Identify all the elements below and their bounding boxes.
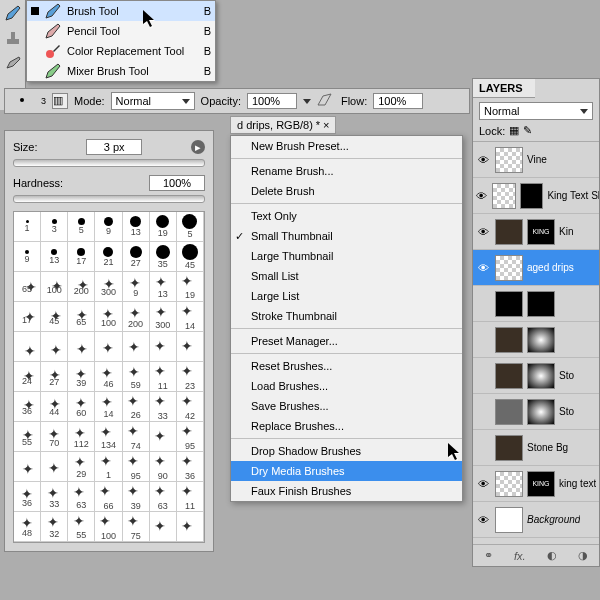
brush-preset-cell[interactable]: ✦26 [123,392,150,422]
brush-preset-cell[interactable]: ✦74 [123,422,150,452]
brush-preset-cell[interactable]: 13 [123,212,150,242]
brush-preview-icon[interactable] [11,89,35,113]
visibility-eye-icon[interactable]: 👁 [473,226,493,238]
menu-item[interactable]: Stroke Thumbnail [231,306,462,326]
brush-preset-cell[interactable]: ✦33 [41,482,68,512]
layer-row[interactable]: 👁Background [473,502,599,538]
brush-preset-cell[interactable]: ✦100 [95,512,122,542]
layer-row[interactable]: Sto [473,394,599,430]
fx-icon[interactable]: fx. [514,550,526,562]
brush-preset-cell[interactable]: ✦59 [123,362,150,392]
brush-preset-cell[interactable]: ✦11 [150,362,177,392]
tool-item-brush[interactable]: Brush Tool B [27,1,215,21]
brush-preset-cell[interactable]: ✦ [14,332,41,362]
menu-item[interactable]: Save Brushes... [231,396,462,416]
menu-item[interactable]: Large Thumbnail [231,246,462,266]
brush-preset-cell[interactable]: ✦100 [41,272,68,302]
layer-row[interactable]: 👁KINGKin [473,214,599,250]
brush-preset-cell[interactable]: ✦ [41,452,68,482]
hardness-input[interactable]: 100% [149,175,205,191]
menu-item[interactable]: Faux Finish Brushes [231,481,462,501]
brush-preset-cell[interactable]: ✦ [123,332,150,362]
brush-tool-icon[interactable] [1,1,25,25]
tablet-pressure-icon[interactable] [317,93,335,109]
brush-preset-cell[interactable]: 27 [123,242,150,272]
brush-preset-cell[interactable]: 5 [177,212,204,242]
brush-preset-cell[interactable]: ✦75 [123,512,150,542]
mode-select[interactable]: Normal [111,92,195,110]
brush-preset-cell[interactable]: 13 [41,242,68,272]
layer-row[interactable]: 👁Vine [473,142,599,178]
brush-preset-cell[interactable]: ✦100 [95,302,122,332]
brush-preset-cell[interactable]: ✦1 [95,452,122,482]
brush-preset-cell[interactable]: ✦19 [177,272,204,302]
brush-preset-cell[interactable]: ✦60 [68,392,95,422]
brush-preset-cell[interactable]: ✦32 [41,512,68,542]
size-slider[interactable] [13,159,205,167]
menu-item[interactable]: Preset Manager... [231,331,462,351]
tool-item-mixer[interactable]: Mixer Brush Tool B [27,61,215,81]
brush-preset-cell[interactable]: ✦36 [14,392,41,422]
menu-item[interactable]: Drop Shadow Brushes [231,441,462,461]
brush-preset-cell[interactable]: ✦44 [41,392,68,422]
visibility-eye-icon[interactable]: 👁 [473,154,493,166]
menu-item[interactable]: Load Brushes... [231,376,462,396]
menu-item[interactable]: ✓Small Thumbnail [231,226,462,246]
brush-preset-cell[interactable]: ✦ [177,512,204,542]
brush-preset-cell[interactable]: ✦46 [95,362,122,392]
brush-preset-cell[interactable]: ✦66 [95,482,122,512]
brush-preset-cell[interactable]: 1 [14,212,41,242]
brush-preset-cell[interactable]: 45 [177,242,204,272]
brush-preset-cell[interactable]: ✦ [150,422,177,452]
adjustment-icon[interactable]: ◑ [578,549,588,562]
brush-preset-cell[interactable]: ✦300 [95,272,122,302]
size-input[interactable]: 3 px [86,139,142,155]
flow-input[interactable]: 100% [373,93,423,109]
brush-preset-cell[interactable]: ✦300 [150,302,177,332]
brush-preset-cell[interactable]: 19 [150,212,177,242]
brush-preset-cell[interactable]: 9 [95,212,122,242]
opacity-input[interactable]: 100% [247,93,297,109]
visibility-eye-icon[interactable]: 👁 [473,262,493,274]
brush-preset-cell[interactable]: 5 [68,212,95,242]
menu-item[interactable]: Reset Brushes... [231,356,462,376]
visibility-eye-icon[interactable]: 👁 [473,514,493,526]
menu-item[interactable]: Dry Media Brushes [231,461,462,481]
tool-item-pencil[interactable]: Pencil Tool B [27,21,215,41]
brush-preset-cell[interactable]: ✦112 [68,422,95,452]
menu-item[interactable]: Delete Brush [231,181,462,201]
menu-item[interactable]: Text Only [231,206,462,226]
mask-icon[interactable]: ◐ [547,549,557,562]
document-tab[interactable]: d drips, RGB/8) * × [230,116,336,134]
brush-preset-cell[interactable]: ✦24 [14,362,41,392]
layer-row[interactable]: 👁aged drips [473,250,599,286]
blend-mode-select[interactable]: Normal [479,102,593,120]
brush-preset-cell[interactable]: ✦23 [177,362,204,392]
tool-item-color-replace[interactable]: Color Replacement Tool B [27,41,215,61]
flyout-arrow-button[interactable]: ▸ [191,140,205,154]
brush-preset-cell[interactable]: ✦42 [177,392,204,422]
brush-preset-cell[interactable]: 35 [150,242,177,272]
brush-preset-cell[interactable]: ✦45 [41,302,68,332]
brush-preset-cell[interactable]: ✦14 [177,302,204,332]
brush-preset-cell[interactable]: 9 [14,242,41,272]
brush-preset-cell[interactable]: ✦134 [95,422,122,452]
brush-preset-cell[interactable]: ✦ [14,452,41,482]
menu-item[interactable]: Rename Brush... [231,161,462,181]
hardness-slider[interactable] [13,195,205,203]
brush-preset-cell[interactable]: ✦36 [14,482,41,512]
close-icon[interactable]: × [323,119,329,131]
brush-preset-cell[interactable]: ✦200 [68,272,95,302]
lock-transparency-icon[interactable]: ▦ [509,124,519,137]
brush-preset-cell[interactable]: ✦200 [123,302,150,332]
brush-preset-cell[interactable]: ✦55 [68,512,95,542]
menu-item[interactable]: New Brush Preset... [231,136,462,156]
brush-preset-cell[interactable]: ✦33 [150,392,177,422]
brush-preset-cell[interactable]: ✦27 [41,362,68,392]
layers-tab[interactable]: LAYERS [473,79,535,98]
layer-row[interactable]: 👁King Text Sha [473,178,599,214]
opacity-chevron-icon[interactable] [303,99,311,104]
brush-preset-cell[interactable]: ✦17 [14,302,41,332]
brush-preset-cell[interactable]: ✦55 [14,422,41,452]
visibility-eye-icon[interactable]: 👁 [473,478,493,490]
